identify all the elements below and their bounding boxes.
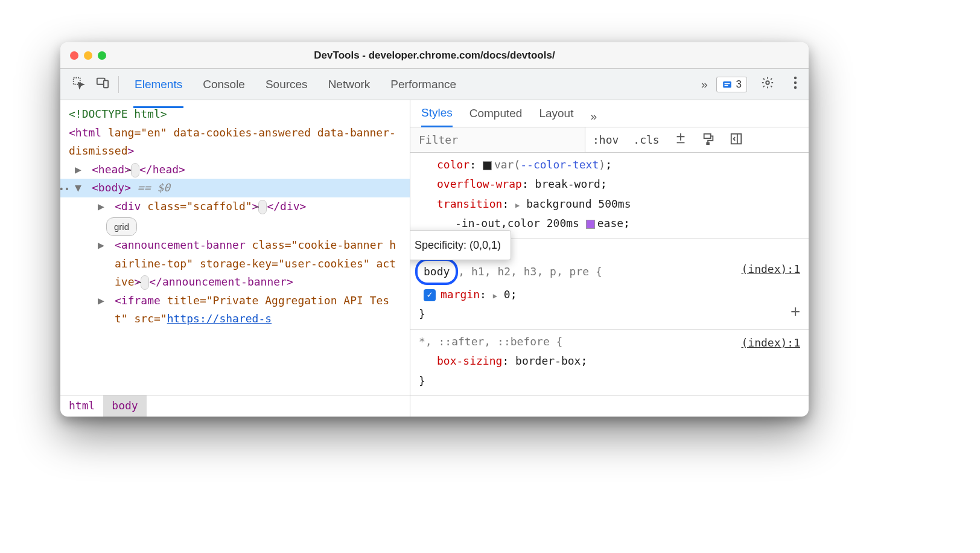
kebab-menu-icon[interactable] bbox=[788, 72, 803, 96]
elements-panel: <!DOCTYPE html> <html lang="en" data-coo… bbox=[60, 100, 410, 417]
selector-highlight: body bbox=[415, 258, 458, 285]
dom-div-scaffold[interactable]: ▶<div class="scaffold">⋯</div> bbox=[60, 197, 410, 216]
rule-close-brace: } bbox=[419, 371, 800, 391]
dom-body-selected[interactable]: •••▼<body> == $0 bbox=[60, 179, 410, 197]
more-tabs-button[interactable]: » bbox=[701, 78, 708, 91]
source-link[interactable]: (index):1 bbox=[741, 333, 800, 353]
prop-margin[interactable]: ✓margin: ▶ 0; bbox=[419, 285, 800, 304]
rule-close-brace: } bbox=[419, 304, 800, 324]
stab-styles[interactable]: Styles bbox=[421, 106, 453, 127]
traffic-lights bbox=[70, 51, 106, 60]
svg-rect-13 bbox=[704, 133, 710, 138]
svg-point-7 bbox=[794, 77, 797, 79]
toolbar-divider bbox=[118, 76, 119, 93]
dom-tree[interactable]: <!DOCTYPE html> <html lang="en" data-coo… bbox=[60, 100, 410, 395]
device-toggle-icon[interactable] bbox=[91, 72, 115, 96]
filter-input[interactable] bbox=[410, 127, 585, 152]
prop-box-sizing[interactable]: box-sizing: border-box; bbox=[419, 351, 800, 371]
cls-toggle[interactable]: .cls bbox=[626, 133, 666, 146]
toolbar-right: » 3 bbox=[701, 72, 803, 96]
dom-html-open[interactable]: <html lang="en" data-cookies-answered da… bbox=[60, 124, 410, 161]
color-swatch[interactable] bbox=[483, 161, 492, 170]
svg-rect-5 bbox=[724, 85, 728, 86]
styles-panel: Styles Computed Layout » :hov .cls bbox=[410, 100, 809, 417]
dom-doctype[interactable]: <!DOCTYPE html> bbox=[60, 105, 410, 124]
prop-transition[interactable]: transition: ▶ background 500ms bbox=[419, 194, 800, 214]
source-link[interactable]: (index):1 bbox=[741, 260, 800, 279]
svg-rect-2 bbox=[104, 80, 108, 88]
svg-rect-3 bbox=[723, 81, 731, 88]
tab-console[interactable]: Console bbox=[202, 71, 246, 98]
tab-network[interactable]: Network bbox=[327, 71, 372, 98]
checkbox-icon[interactable]: ✓ bbox=[424, 289, 436, 301]
titlebar: DevTools - developer.chrome.com/docs/dev… bbox=[60, 42, 809, 69]
style-rule-2[interactable]: (index):1 *, ::after, ::before { box-siz… bbox=[410, 330, 809, 396]
issues-badge[interactable]: 3 bbox=[716, 77, 747, 92]
paint-icon[interactable] bbox=[695, 132, 722, 148]
stab-computed[interactable]: Computed bbox=[469, 107, 523, 126]
new-style-button[interactable] bbox=[667, 132, 695, 149]
window-title: DevTools - developer.chrome.com/docs/dev… bbox=[60, 50, 809, 62]
grid-badge[interactable]: grid bbox=[106, 217, 137, 237]
settings-icon[interactable] bbox=[756, 72, 780, 96]
ellipsis-icon[interactable]: ⋯ bbox=[141, 275, 149, 290]
stab-layout[interactable]: Layout bbox=[539, 107, 573, 126]
easing-swatch[interactable] bbox=[586, 220, 595, 229]
inspect-element-icon[interactable] bbox=[66, 72, 91, 96]
dom-iframe[interactable]: ▶<iframe title="Private Aggregation API … bbox=[60, 292, 410, 328]
specificity-tooltip: Specificity: (0,0,1) bbox=[410, 230, 511, 260]
dom-announcement-banner[interactable]: ▶<announcement-banner class="cookie-bann… bbox=[60, 236, 410, 292]
svg-rect-14 bbox=[707, 142, 709, 144]
close-window-button[interactable] bbox=[70, 51, 78, 60]
main-toolbar: Elements Console Sources Network Perform… bbox=[60, 69, 809, 100]
devtools-window: DevTools - developer.chrome.com/docs/dev… bbox=[60, 42, 809, 417]
tab-performance[interactable]: Performance bbox=[389, 71, 457, 98]
styles-more-tabs[interactable]: » bbox=[590, 110, 597, 123]
computed-panel-icon[interactable] bbox=[722, 132, 750, 148]
add-property-button[interactable]: + bbox=[791, 297, 800, 325]
prop-color[interactable]: color: var(--color-text); bbox=[419, 155, 800, 174]
svg-rect-4 bbox=[724, 83, 730, 84]
crumb-body[interactable]: body bbox=[103, 395, 146, 417]
style-rule-0[interactable]: color: var(--color-text); overflow-wrap:… bbox=[410, 153, 809, 239]
dom-head[interactable]: ▶<head>⋯</head> bbox=[60, 161, 410, 179]
crumb-html[interactable]: html bbox=[60, 395, 103, 417]
content-area: <!DOCTYPE html> <html lang="en" data-coo… bbox=[60, 100, 809, 417]
selected-dots-icon: ••• bbox=[62, 182, 70, 197]
ellipsis-icon[interactable]: ⋯ bbox=[258, 200, 267, 214]
breadcrumbs: html body bbox=[60, 395, 410, 417]
issues-count: 3 bbox=[736, 78, 742, 91]
hov-toggle[interactable]: :hov bbox=[585, 133, 626, 146]
svg-point-9 bbox=[794, 86, 797, 89]
zoom-window-button[interactable] bbox=[98, 51, 106, 60]
tab-sources[interactable]: Sources bbox=[264, 71, 309, 98]
styles-body[interactable]: color: var(--color-text); overflow-wrap:… bbox=[410, 153, 809, 417]
styles-tabs: Styles Computed Layout » bbox=[410, 100, 809, 127]
ellipsis-icon[interactable]: ⋯ bbox=[131, 163, 139, 177]
svg-point-8 bbox=[794, 82, 797, 84]
minimize-window-button[interactable] bbox=[84, 51, 92, 60]
prop-overflow-wrap[interactable]: overflow-wrap: break-word; bbox=[419, 174, 800, 194]
filter-row: :hov .cls bbox=[410, 127, 809, 153]
svg-point-6 bbox=[766, 81, 769, 85]
main-tabs: Elements Console Sources Network Perform… bbox=[133, 71, 457, 98]
